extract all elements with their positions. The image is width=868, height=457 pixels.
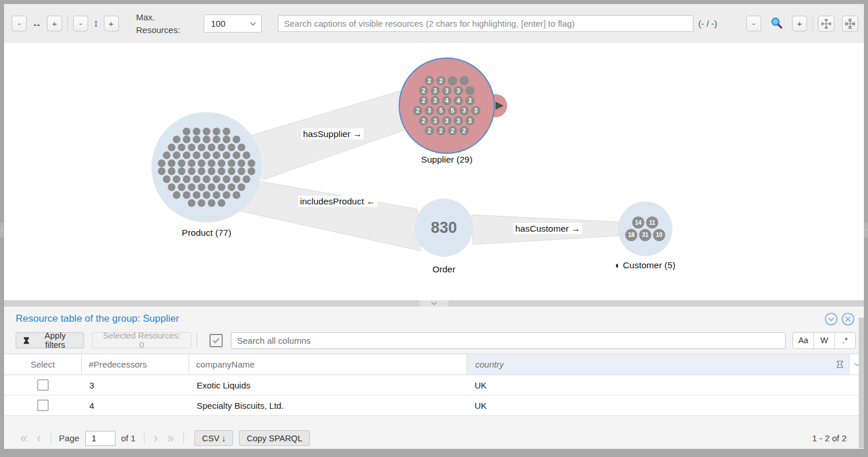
panel-title: Resource table of the group: Supplier [16,313,179,325]
toolbar-divider [197,333,197,347]
column-header-companyname[interactable]: companyName [189,354,467,375]
svg-text:3: 3 [462,107,466,114]
next-page-button[interactable]: › [149,432,162,445]
graph-svg: 222333234432355332333322228301411183110h… [4,43,864,300]
node-label-order: Order [432,264,455,274]
match-case-button[interactable]: Aa [793,332,814,349]
max-resources-label: Max. Resources: [136,11,186,37]
node-label-supplier: Supplier (29) [421,154,473,164]
cell-country: UK [467,401,849,411]
panel-splitter[interactable] [4,300,864,307]
search-scope-checkbox[interactable] [209,334,223,347]
copy-sparql-button[interactable]: Copy SPARQL [239,430,310,446]
apply-filters-label: Apply filters [34,331,77,350]
graph-canvas[interactable]: 222333234432355332333322228301411183110h… [4,43,864,300]
toolbar-divider [67,17,68,31]
close-circle-icon [841,312,855,326]
max-resources-select[interactable]: 100 [204,15,262,33]
table-row[interactable]: 4 Specialty Biscuits, Ltd. UK [4,395,864,416]
svg-text:2: 2 [422,117,425,124]
svg-text:3: 3 [468,97,472,104]
table-search-input[interactable] [231,332,786,349]
cell-predecessors: 4 [82,401,189,411]
cell-predecessors: 3 [82,380,189,390]
apply-filters-button[interactable]: Apply filters [16,332,84,348]
svg-text:3: 3 [474,107,478,114]
resource-table: Select #Predecessors companyName country [4,354,864,416]
node-supplier[interactable]: 22233323443235533233332222 [399,58,507,153]
horizontal-arrows-icon: ↔ [27,18,47,30]
svg-text:2: 2 [462,127,466,134]
center-crosshair-icon [820,18,832,30]
node-label-customer: ◐ Customer (5) [615,260,675,270]
whole-word-button[interactable]: W [813,332,835,349]
csv-download-button[interactable]: CSV ↓ [194,430,233,446]
regex-button[interactable]: .* [834,332,856,349]
record-range-label: 1 - 2 of 2 [812,433,847,443]
page-number-input[interactable] [85,431,115,446]
fit-to-screen-button[interactable] [842,16,858,32]
graph-search-input[interactable] [278,15,693,32]
node-label-product: Product (77) [182,228,231,238]
magnifier-icon[interactable] [769,17,784,30]
row-checkbox[interactable] [37,379,49,391]
chevron-down-icon [249,21,256,26]
node-order[interactable]: 830 [415,199,473,257]
resource-table-panel: Resource table of the group: Supplier [4,307,864,449]
selected-resources-button: Selected Resources: 0 [92,332,191,348]
node-customer[interactable]: 1411183110 [618,201,672,256]
search-options-group: Aa W .* [793,332,856,349]
window-frame: - ↔ + - ↕ + Max. Resources: 100 (- / -) … [0,0,868,457]
svg-text:3: 3 [445,87,449,94]
search-match-count: (- / -) [699,19,717,28]
svg-text:2: 2 [428,127,431,134]
right-resize-handle[interactable]: › [864,222,868,238]
max-resources-value: 100 [211,19,226,28]
column-header-predecessors[interactable]: #Predecessors [82,354,189,375]
panel-header: Resource table of the group: Supplier [4,307,864,331]
filter-hourglass-icon[interactable] [837,361,843,368]
page-label: Page [59,433,79,443]
svg-text:3: 3 [457,117,460,124]
svg-text:4: 4 [445,97,449,104]
left-resize-handle[interactable]: ‹ [0,222,4,238]
svg-text:830: 830 [431,219,457,236]
svg-text:2: 2 [422,87,425,94]
grow-horizontal-button[interactable]: + [47,16,62,31]
table-toolbar: Apply filters Selected Resources: 0 Aa W… [4,331,864,350]
svg-text:5: 5 [439,107,443,114]
svg-text:14: 14 [635,219,642,226]
edge-label-hasSupplier: hasSupplier → [303,129,362,139]
grow-vertical-button[interactable]: + [104,16,119,31]
column-header-country[interactable]: country [467,354,849,375]
center-graph-button[interactable] [818,16,834,32]
last-page-button[interactable]: » [162,432,179,445]
row-checkbox[interactable] [37,400,49,411]
svg-text:31: 31 [642,232,649,238]
edge-label-includesProduct: includesProduct ← [300,196,375,206]
column-header-select[interactable]: Select [4,354,82,375]
zoom-out-button[interactable]: - [746,16,761,31]
checkmark-icon [212,337,220,344]
node-product[interactable] [151,112,262,222]
panel-scrollbar[interactable] [859,318,864,448]
table-row[interactable]: 3 Exotic Liquids UK [4,375,864,395]
page-of-label: of 1 [121,433,136,443]
first-page-button[interactable]: « [16,432,32,445]
graph-toolbar: - ↔ + - ↕ + Max. Resources: 100 (- / -) … [4,4,864,43]
svg-text:11: 11 [649,219,656,226]
collapse-panel-button[interactable] [824,312,838,326]
fit-expand-icon [844,18,856,30]
edge-includesProduct[interactable] [236,181,421,251]
shrink-horizontal-button[interactable]: - [12,16,27,31]
svg-text:3: 3 [468,117,472,124]
collapse-panel-handle[interactable] [419,300,449,307]
edge-label-hasCustomer: hasCustomer → [515,224,580,233]
chevron-down-icon [431,301,437,305]
footer-divider [144,433,144,444]
zoom-in-button[interactable]: + [792,16,807,31]
close-panel-button[interactable] [841,312,855,326]
cell-companyname: Specialty Biscuits, Ltd. [189,401,467,411]
shrink-vertical-button[interactable]: - [73,16,88,31]
prev-page-button[interactable]: ‹ [32,432,45,445]
